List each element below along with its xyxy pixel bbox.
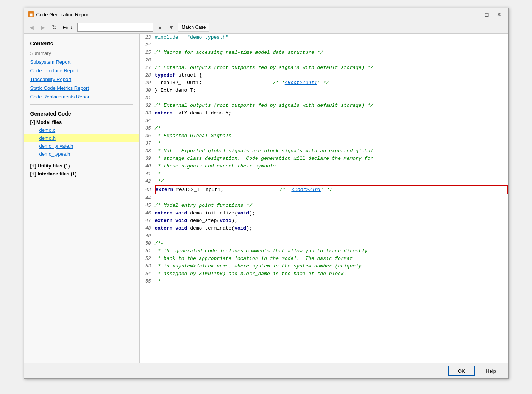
code-line-53: 53 * is <system>/block_name, where syste… — [140, 263, 508, 270]
interface-files-toggle[interactable]: [+] Interface files (1) — [24, 170, 139, 178]
code-area[interactable]: 23 #include "demo_types.h" 24 25 /* Macr… — [140, 34, 508, 363]
toolbar: ◀ ▶ ↻ Find: ▲ ▼ Match Case — [24, 21, 508, 34]
code-line-47: 47 extern void demo_step(void); — [140, 217, 508, 225]
code-line-44: 44 — [140, 194, 508, 202]
match-case-button[interactable]: Match Case — [178, 23, 209, 32]
code-line-38: 38 * Note: Exported global signals are b… — [140, 147, 508, 155]
help-button[interactable]: Help — [478, 366, 504, 376]
code-line-28: 28 typedef struct { — [140, 72, 508, 79]
forward-button[interactable]: ▶ — [39, 23, 48, 32]
subsystem-report-link[interactable]: Subsystem Report — [24, 58, 139, 66]
static-code-link[interactable]: Static Code Metrics Report — [24, 84, 139, 92]
code-line-48: 48 extern void demo_terminate(void); — [140, 225, 508, 232]
code-line-55: 55 * — [140, 278, 508, 285]
code-line-26: 26 — [140, 56, 508, 64]
code-line-34: 34 — [140, 117, 508, 125]
traceability-link[interactable]: Traceability Report — [24, 75, 139, 84]
app-icon: ▣ — [28, 11, 34, 17]
utility-files-toggle[interactable]: [+] Utility files (1) — [24, 162, 139, 170]
code-line-39: 39 * storage class designation. Code gen… — [140, 155, 508, 163]
code-line-45: 45 /* Model entry point functions */ — [140, 202, 508, 210]
code-line-37: 37 * — [140, 140, 508, 147]
generated-code-title: Generated Code — [24, 108, 139, 118]
code-line-43: 43 extern real32_T Input1; /* '<Root>/In… — [140, 185, 508, 194]
find-down-button[interactable]: ▼ — [167, 23, 176, 32]
code-line-27: 27 /* External outputs (root outports fe… — [140, 64, 508, 72]
code-line-40: 40 * these signals and export their symb… — [140, 163, 508, 170]
code-line-54: 54 * assigned by Simulink) and block_nam… — [140, 270, 508, 278]
title-bar-left: ▣ Code Generation Report — [28, 11, 90, 17]
code-line-32: 32 /* External outputs (root outports fe… — [140, 102, 508, 109]
code-line-42: 42 */ — [140, 178, 508, 185]
code-line-24: 24 — [140, 41, 508, 49]
code-line-33: 33 extern ExtY_demo_T demo_Y; — [140, 109, 508, 117]
title-buttons: — ◻ ✕ — [470, 10, 504, 19]
summary-link[interactable]: Summary — [24, 49, 139, 58]
root-out1-link[interactable]: <Root>/Out1 — [285, 80, 317, 86]
file-demo-types-h[interactable]: demo_types.h — [24, 150, 139, 158]
file-demo-h[interactable]: demo.h — [24, 134, 139, 142]
code-interface-link[interactable]: Code Interface Report — [24, 66, 139, 75]
code-line-35: 35 /* — [140, 125, 508, 132]
close-button[interactable]: ✕ — [494, 10, 504, 19]
find-up-button[interactable]: ▲ — [155, 23, 164, 32]
minimize-button[interactable]: — — [470, 10, 480, 19]
find-label: Find: — [63, 25, 74, 30]
window-title: Code Generation Report — [36, 12, 90, 17]
root-in1-link[interactable]: <Root>/In1 — [291, 187, 321, 192]
file-demo-c[interactable]: demo.c — [24, 126, 139, 134]
file-demo-private-h[interactable]: demo_private.h — [24, 142, 139, 150]
code-line-52: 52 * back to the appropriate location in… — [140, 255, 508, 263]
back-button[interactable]: ◀ — [27, 23, 36, 32]
refresh-button[interactable]: ↻ — [50, 23, 59, 32]
sidebar: Contents Summary Subsystem Report Code I… — [24, 34, 140, 363]
code-line-31: 31 — [140, 94, 508, 102]
sidebar-divider-2 — [24, 356, 139, 356]
code-line-25: 25 /* Macros for accessing real-time mod… — [140, 49, 508, 56]
contents-title: Contents — [24, 38, 139, 49]
code-line-41: 41 * — [140, 170, 508, 178]
code-line-36: 36 * Exported Global Signals — [140, 132, 508, 140]
code-line-51: 51 * The generated code includes comment… — [140, 247, 508, 255]
code-line-50: 50 /*- — [140, 240, 508, 247]
code-line-49: 49 — [140, 232, 508, 240]
bottom-bar: OK Help — [24, 363, 508, 378]
title-bar: ▣ Code Generation Report — ◻ ✕ — [24, 8, 508, 21]
code-line-23: 23 #include "demo_types.h" — [140, 34, 508, 41]
model-files-toggle[interactable]: [-] Model files — [24, 118, 139, 126]
ok-button[interactable]: OK — [448, 366, 475, 376]
code-content: 23 #include "demo_types.h" 24 25 /* Macr… — [140, 34, 508, 285]
code-line-29: 29 real32_T Out1; /* '<Root>/Out1' */ — [140, 79, 508, 87]
main-area: Contents Summary Subsystem Report Code I… — [24, 34, 508, 363]
code-line-46: 46 extern void demo_initialize(void); — [140, 210, 508, 217]
code-line-30: 30 } ExtY_demo_T; — [140, 87, 508, 94]
main-window: ▣ Code Generation Report — ◻ ✕ ◀ ▶ ↻ Fin… — [24, 8, 509, 379]
find-input[interactable] — [77, 23, 153, 32]
maximize-button[interactable]: ◻ — [482, 10, 492, 19]
code-replacements-link[interactable]: Code Replacements Report — [24, 92, 139, 101]
sidebar-divider-1 — [30, 104, 133, 105]
